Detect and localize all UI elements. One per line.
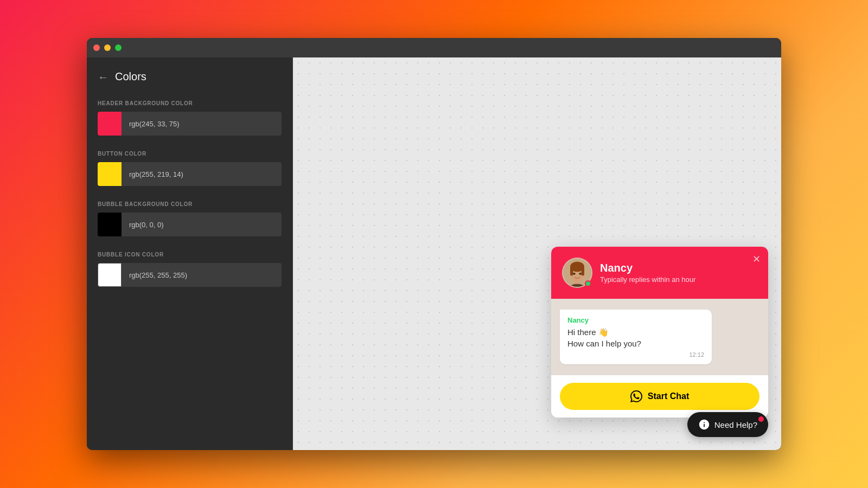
page-title: Colors — [115, 70, 146, 83]
message-text-line2: How can I help you? — [567, 338, 704, 349]
chat-message-bubble: Nancy Hi there 👋 How can I help you? 12:… — [560, 310, 712, 364]
button-color-row: rgb(255, 219, 14) — [98, 162, 282, 186]
agent-subtitle: Typically replies within an hour — [600, 275, 757, 284]
header-bg-label: HEADER BACKGROUND COLOR — [98, 100, 282, 106]
need-help-button[interactable]: Need Help? — [687, 412, 768, 437]
chat-widget: Nancy Typically replies within an hour ✕… — [551, 247, 768, 418]
chat-footer: Start Chat — [551, 375, 768, 418]
sidebar: ← Colors HEADER BACKGROUND COLOR rgb(245… — [87, 57, 293, 450]
svg-point-8 — [579, 273, 582, 275]
bubble-bg-section: BUBBLE BACKGROUND COLOR rgb(0, 0, 0) — [98, 201, 282, 236]
header-bg-row: rgb(245, 33, 75) — [98, 112, 282, 136]
agent-name: Nancy — [600, 262, 757, 274]
header-bg-value[interactable]: rgb(245, 33, 75) — [122, 112, 282, 136]
maximize-button[interactable] — [115, 44, 122, 51]
bubble-icon-section: BUBBLE ICON COLOR rgb(255, 255, 255) — [98, 252, 282, 287]
chat-body: Nancy Hi there 👋 How can I help you? 12:… — [551, 299, 768, 375]
message-time: 12:12 — [567, 351, 704, 358]
message-text-line1: Hi there 👋 — [567, 326, 704, 338]
help-icon — [698, 419, 710, 431]
start-chat-label: Start Chat — [648, 391, 689, 401]
close-button[interactable] — [93, 44, 100, 51]
app-window: ← Colors HEADER BACKGROUND COLOR rgb(245… — [87, 38, 781, 450]
bubble-bg-label: BUBBLE BACKGROUND COLOR — [98, 201, 282, 207]
svg-rect-6 — [581, 267, 584, 276]
sidebar-header: ← Colors — [98, 70, 282, 83]
bubble-icon-value[interactable]: rgb(255, 255, 255) — [122, 263, 282, 287]
header-bg-swatch[interactable] — [98, 112, 122, 136]
bubble-icon-label: BUBBLE ICON COLOR — [98, 252, 282, 258]
button-color-label: BUTTON COLOR — [98, 151, 282, 157]
button-color-swatch[interactable] — [98, 162, 122, 186]
chat-header: Nancy Typically replies within an hour ✕ — [551, 247, 768, 299]
minimize-button[interactable] — [104, 44, 111, 51]
chat-header-info: Nancy Typically replies within an hour — [600, 262, 757, 284]
agent-avatar-container — [562, 258, 592, 288]
message-sender: Nancy — [567, 316, 704, 324]
bubble-bg-value[interactable]: rgb(0, 0, 0) — [122, 213, 282, 236]
need-help-label: Need Help? — [714, 420, 757, 429]
window-body: ← Colors HEADER BACKGROUND COLOR rgb(245… — [87, 57, 781, 450]
start-chat-button[interactable]: Start Chat — [560, 383, 760, 410]
button-color-section: BUTTON COLOR rgb(255, 219, 14) — [98, 151, 282, 186]
notification-badge — [758, 416, 764, 422]
back-button[interactable]: ← — [98, 72, 108, 82]
svg-point-7 — [573, 273, 576, 275]
bubble-bg-swatch[interactable] — [98, 213, 122, 236]
chat-popup: Nancy Typically replies within an hour ✕… — [551, 247, 768, 418]
svg-rect-5 — [570, 267, 573, 276]
button-color-value[interactable]: rgb(255, 219, 14) — [122, 162, 282, 186]
bubble-icon-row: rgb(255, 255, 255) — [98, 263, 282, 287]
bubble-icon-swatch[interactable] — [98, 263, 122, 287]
chat-close-button[interactable]: ✕ — [752, 253, 761, 265]
whatsapp-icon — [630, 390, 642, 402]
titlebar — [87, 38, 781, 57]
preview-area: Nancy Typically replies within an hour ✕… — [293, 57, 781, 450]
bubble-bg-row: rgb(0, 0, 0) — [98, 213, 282, 236]
header-bg-section: HEADER BACKGROUND COLOR rgb(245, 33, 75) — [98, 100, 282, 136]
online-indicator — [585, 280, 591, 287]
